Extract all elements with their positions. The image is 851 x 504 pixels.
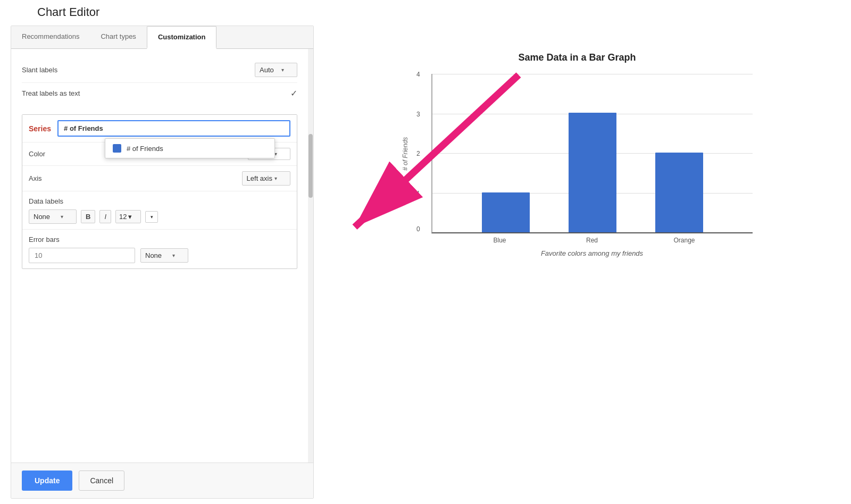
data-labels-section: Data labels None ▾ B I 12 ▾ xyxy=(22,191,297,229)
chart-container: Same Data in a Bar Graph # of Friends 4 xyxy=(391,41,763,268)
scrollbar-track[interactable] xyxy=(308,49,313,463)
y-tick-1: 1 xyxy=(416,190,420,197)
x-label-red: Red xyxy=(568,237,616,244)
axis-row: Axis Left axis ▾ xyxy=(22,165,297,191)
series-selected-value: # of Friends xyxy=(64,124,103,132)
y-tick-3: 3 xyxy=(416,111,420,118)
series-label: Series xyxy=(29,124,51,133)
page-title: Chart Editor xyxy=(11,5,840,19)
data-labels-select[interactable]: None ▾ xyxy=(29,209,77,224)
italic-button[interactable]: I xyxy=(99,210,111,223)
bar-orange xyxy=(655,153,703,232)
main-area: Recommendations Chart types Customizatio… xyxy=(11,26,840,499)
data-labels-label: Data labels xyxy=(29,197,63,205)
chart-plot: 4 3 2 1 xyxy=(415,74,753,257)
series-section: Series # of Friends # of Friends xyxy=(22,114,297,269)
bold-button[interactable]: B xyxy=(81,210,95,223)
chart-area: # of Friends 4 3 xyxy=(402,74,753,257)
treat-labels-row: Treat labels as text ✓ xyxy=(22,83,297,104)
tab-recommendations[interactable]: Recommendations xyxy=(11,26,90,48)
left-panel: Recommendations Chart types Customizatio… xyxy=(11,26,314,499)
series-option-friends[interactable]: # of Friends xyxy=(105,139,274,158)
update-button[interactable]: Update xyxy=(22,471,72,491)
page-container: Chart Editor Recommendations Chart types… xyxy=(0,0,851,504)
axis-label: Axis xyxy=(29,174,42,182)
slant-labels-select[interactable]: Auto ▾ xyxy=(255,63,297,77)
x-label-orange: Orange xyxy=(661,237,708,244)
slant-labels-row: Slant labels Auto ▾ xyxy=(22,57,297,83)
color-label: Color xyxy=(29,150,45,158)
bar-red xyxy=(569,113,616,232)
error-bars-label: Error bars xyxy=(29,236,60,243)
treat-labels-checkmark[interactable]: ✓ xyxy=(290,88,297,98)
tabs: Recommendations Chart types Customizatio… xyxy=(11,26,313,49)
y-tick-0: 0 xyxy=(416,225,420,233)
font-size-select[interactable]: 12 ▾ xyxy=(115,210,141,223)
treat-labels-label: Treat labels as text xyxy=(22,89,80,97)
top-form-rows: Slant labels Auto ▾ Treat labels as text… xyxy=(22,57,297,109)
bar-group-orange xyxy=(655,153,703,232)
error-bars-section: Error bars None ▾ xyxy=(22,229,297,268)
chevron-down-icon: ▾ xyxy=(274,175,277,181)
bars-row xyxy=(432,74,753,232)
series-dropdown[interactable]: # of Friends xyxy=(57,120,290,137)
x-axis-title: Favorite colors among my friends xyxy=(431,249,753,257)
series-color-swatch xyxy=(113,144,121,153)
chevron-down-icon: ▾ xyxy=(281,67,284,73)
error-bars-select[interactable]: None ▾ xyxy=(140,248,188,263)
bar-group-blue xyxy=(482,192,530,232)
tab-customization[interactable]: Customization xyxy=(147,26,217,49)
y-axis-label: # of Friends xyxy=(402,74,409,233)
series-dropdown-open: # of Friends xyxy=(105,138,275,158)
panel-scrollable: Slant labels Auto ▾ Treat labels as text… xyxy=(11,49,308,463)
error-bars-row: None ▾ xyxy=(29,248,290,263)
series-option-label: # of Friends xyxy=(127,145,163,153)
cancel-button[interactable]: Cancel xyxy=(79,471,124,491)
error-bars-input[interactable] xyxy=(29,248,135,263)
x-label-blue: Blue xyxy=(476,237,524,244)
grid-and-bars: 4 3 2 1 xyxy=(431,74,753,233)
data-labels-row: None ▾ B I 12 ▾ ▾ xyxy=(29,209,290,224)
axis-select[interactable]: Left axis ▾ xyxy=(242,171,290,186)
x-axis-labels: Blue Red Orange xyxy=(431,237,753,244)
right-panel: Same Data in a Bar Graph # of Friends 4 xyxy=(314,26,840,499)
tab-chart-types[interactable]: Chart types xyxy=(90,26,146,48)
chevron-down-icon: ▾ xyxy=(61,214,63,220)
font-color-picker[interactable]: ▾ xyxy=(145,211,158,223)
scrollbar-thumb[interactable] xyxy=(308,134,313,198)
bar-group-red xyxy=(569,113,616,232)
slant-labels-label: Slant labels xyxy=(22,66,57,74)
chart-title: Same Data in a Bar Graph xyxy=(402,52,753,63)
bar-blue xyxy=(482,192,530,232)
y-tick-2: 2 xyxy=(416,150,420,157)
chevron-down-icon: ▾ xyxy=(172,253,175,258)
chevron-down-icon: ▾ xyxy=(128,213,132,221)
bottom-buttons: Update Cancel xyxy=(11,463,313,498)
chevron-down-icon: ▾ xyxy=(151,214,153,220)
y-tick-4: 4 xyxy=(416,71,420,78)
panel-content: Slant labels Auto ▾ Treat labels as text… xyxy=(11,49,313,463)
